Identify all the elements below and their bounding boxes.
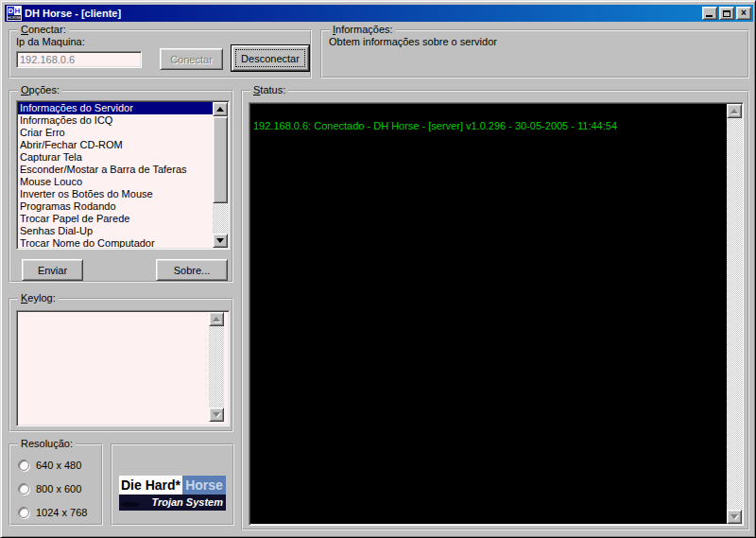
resolucao-group: Resolução: 640 x 480800 x 6001024 x 768 <box>9 443 103 526</box>
keylog-group-label: Keylog: <box>18 292 59 304</box>
arrow-down-icon <box>213 412 220 417</box>
arrow-down-icon <box>730 514 738 519</box>
scroll-up-button[interactable] <box>209 312 224 326</box>
maximize-icon <box>723 10 730 17</box>
opcoes-list-items: Informações do ServidorInformações do IC… <box>18 102 213 248</box>
app-icon-letter-h: H <box>14 7 21 15</box>
window-title: DH Horse - [cliente] <box>25 5 121 22</box>
list-item[interactable]: Esconder/Mostar a Barra de Taferas <box>18 164 213 176</box>
ip-input[interactable] <box>16 51 142 68</box>
keylog-scrollbar[interactable] <box>209 312 224 422</box>
informacoes-group-label: Informações: <box>330 24 396 36</box>
radio-label: 800 x 600 <box>36 483 81 495</box>
list-item[interactable]: Trocar Papel de Parede <box>18 213 213 225</box>
titlebar-buttons: × <box>702 7 751 20</box>
resolucao-group-label: Resolução: <box>18 438 76 450</box>
minimize-button[interactable] <box>702 7 717 20</box>
radio-icon[interactable] <box>18 483 29 495</box>
keylog-group: Keylog: <box>9 298 233 432</box>
enviar-button[interactable]: Enviar <box>22 259 83 281</box>
desconectar-button[interactable]: Desconectar <box>232 45 309 71</box>
maximize-button[interactable] <box>719 7 734 20</box>
radio-label: 1024 x 768 <box>36 507 87 518</box>
opcoes-listbox[interactable]: Informações do ServidorInformações do IC… <box>16 100 230 250</box>
app-icon: D H HORSE <box>7 6 22 21</box>
logo-brand-left: Die Hard* <box>119 476 182 495</box>
scroll-up-button[interactable] <box>727 104 742 118</box>
list-item[interactable]: Informações do ICQ <box>18 114 213 127</box>
list-item[interactable]: Senhas Dial-Up <box>18 225 213 237</box>
status-group: Status: 192.168.0.6: Conectado - DH Hors… <box>241 90 749 530</box>
conectar-group-label: Conectar: <box>18 24 69 36</box>
list-item[interactable]: Mouse Louco <box>18 176 213 188</box>
close-button[interactable]: × <box>736 7 751 20</box>
titlebar[interactable]: D H HORSE DH Horse - [cliente] × <box>5 5 753 22</box>
logo: Die Hard* Horse Trojan System <box>119 476 226 511</box>
arrow-up-icon <box>213 317 220 321</box>
opcoes-scrollbar[interactable] <box>213 102 228 248</box>
radio-option[interactable]: 640 x 480 <box>18 459 81 472</box>
logo-brand-right: Horse <box>182 476 226 495</box>
opcoes-group-label: Opções: <box>18 84 62 96</box>
logo-horse-graphic <box>121 502 140 507</box>
arrow-up-icon <box>216 107 224 112</box>
app-icon-letter-d: D <box>8 7 14 15</box>
scroll-down-button[interactable] <box>727 510 742 524</box>
informacoes-text: Obtem informações sobre o servidor <box>329 36 497 47</box>
list-item[interactable]: Criar Erro <box>18 127 213 139</box>
radio-label: 640 x 480 <box>36 460 81 471</box>
scrollbar-thumb[interactable] <box>213 116 228 203</box>
minimize-icon <box>706 15 713 17</box>
status-group-label: Status: <box>250 84 288 96</box>
opcoes-group: Opções: Informações do ServidorInformaçõ… <box>9 90 233 283</box>
logo-panel: Die Hard* Horse Trojan System <box>111 443 234 526</box>
radio-icon[interactable] <box>18 460 29 471</box>
list-item[interactable]: Informações do Servidor <box>18 102 213 114</box>
arrow-up-icon <box>730 109 738 113</box>
radio-icon[interactable] <box>18 507 29 518</box>
list-item[interactable]: Trocar Nome do Computador <box>18 237 213 248</box>
list-item[interactable]: Capturar Tela <box>18 151 213 164</box>
logo-tagline: Trojan System <box>151 496 223 508</box>
informacoes-group: Informações: Obtem informações sobre o s… <box>320 29 749 78</box>
arrow-down-icon <box>216 238 224 243</box>
app-window: D H HORSE DH Horse - [cliente] × Conecta… <box>0 0 756 538</box>
scroll-down-button[interactable] <box>209 408 224 422</box>
list-item[interactable]: Abrir/Fechar CD-ROM <box>18 139 213 151</box>
close-icon: × <box>741 8 747 19</box>
status-log: 192.168.0.6: Conectado - DH Horse - [ser… <box>253 119 724 132</box>
list-item[interactable]: Inverter os Botões do Mouse <box>18 188 213 200</box>
status-scrollbar[interactable] <box>727 104 742 524</box>
ip-label: Ip da Maquina: <box>16 36 85 47</box>
keylog-textarea[interactable] <box>16 310 230 426</box>
status-console: 192.168.0.6: Conectado - DH Horse - [ser… <box>249 102 744 526</box>
conectar-group: Conectar: Ip da Maquina: Conectar Descon… <box>9 29 312 78</box>
status-line: 192.168.0.6: Conectado - DH Horse - [ser… <box>253 119 724 132</box>
radio-option[interactable]: 1024 x 768 <box>18 506 87 519</box>
sobre-button[interactable]: Sobre... <box>156 259 228 281</box>
conectar-button[interactable]: Conectar <box>160 48 223 70</box>
radio-option[interactable]: 800 x 600 <box>18 482 81 495</box>
app-icon-horse-text: HORSE <box>8 15 21 20</box>
scroll-down-button[interactable] <box>213 234 228 248</box>
scroll-up-button[interactable] <box>213 102 228 116</box>
list-item[interactable]: Programas Rodando <box>18 200 213 213</box>
